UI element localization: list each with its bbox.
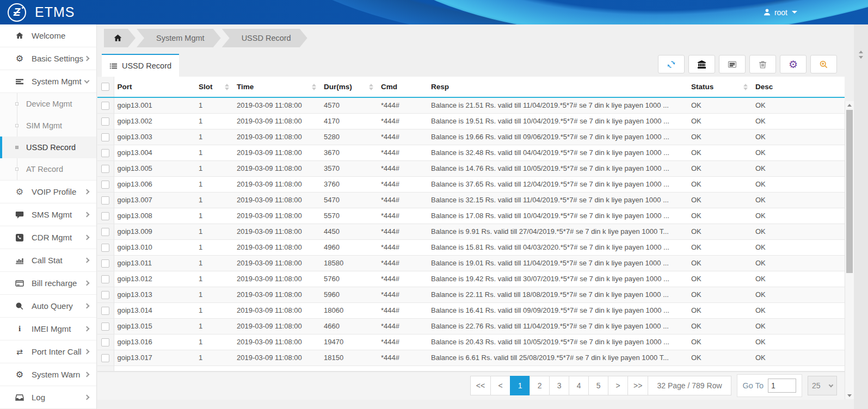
row-checkbox[interactable]	[101, 133, 109, 141]
sidebar-item-basic-settings[interactable]: ⚙Basic Settings	[0, 47, 96, 70]
cell-status: OK	[688, 192, 752, 208]
bullet-icon	[15, 102, 19, 106]
sidebar-item-at-record[interactable]: AT Record	[0, 158, 96, 180]
breadcrumb-item-system-mgmt[interactable]: System Mgmt	[137, 29, 221, 47]
row-checkbox[interactable]	[101, 165, 109, 173]
row-checkbox[interactable]	[101, 244, 109, 252]
delete-button[interactable]	[749, 55, 776, 73]
card-view-button[interactable]	[719, 55, 746, 73]
row-checkbox[interactable]	[101, 307, 109, 315]
cell-cmd: *444#	[378, 271, 428, 287]
sidebar-item-auto-query[interactable]: Auto Query	[0, 295, 96, 318]
row-checkbox[interactable]	[101, 291, 109, 299]
scroll-up-arrow-icon[interactable]	[859, 51, 863, 53]
row-checkbox[interactable]	[101, 228, 109, 236]
table-row: goip13.01412019-03-09 11:08:0018060*444#…	[97, 302, 845, 318]
row-checkbox[interactable]	[101, 149, 109, 157]
row-checkbox[interactable]	[101, 323, 109, 331]
row-checkbox[interactable]	[101, 196, 109, 205]
sort-icon[interactable]	[369, 84, 373, 90]
sidebar-item-welcome[interactable]: Welcome	[0, 24, 96, 47]
cell-dur: 3760	[321, 176, 378, 192]
cell-dur: 5470	[321, 192, 378, 208]
zoom-in-icon	[819, 60, 828, 69]
column-header-dur-ms[interactable]: Dur(ms)	[321, 77, 378, 97]
next-page-button[interactable]: >	[608, 376, 628, 395]
page-scrollbar[interactable]	[854, 24, 868, 409]
row-checkbox-cell	[97, 192, 114, 208]
row-checkbox[interactable]	[101, 212, 109, 220]
goto-page-input[interactable]	[768, 379, 796, 393]
prev-page-button[interactable]: <	[490, 376, 510, 395]
sort-icon[interactable]	[225, 84, 229, 90]
row-checkbox-cell	[97, 302, 114, 318]
column-header-status[interactable]: Status	[688, 77, 752, 97]
sidebar-item-voip-profile[interactable]: ⚙VOIP Profile	[0, 181, 96, 203]
table-row: goip13.00512019-03-09 11:08:003570*444#B…	[97, 160, 845, 176]
page-button-4[interactable]: 4	[569, 376, 589, 395]
tab-ussd-record[interactable]: USSD Record	[102, 54, 179, 77]
breadcrumb-item-ussd-record[interactable]: USSD Record	[222, 29, 307, 47]
row-checkbox[interactable]	[101, 354, 109, 362]
credit-card-icon	[14, 279, 25, 288]
sidebar-item-port-inter-call[interactable]: ⇄Port Inter Call	[0, 340, 96, 363]
cell-resp: Balance is 22.76 Rs. valid till 11/04/20…	[428, 318, 688, 334]
column-header-cmd: Cmd	[378, 77, 428, 97]
table-scrollbar[interactable]	[845, 101, 854, 399]
last-page-button[interactable]: >>	[627, 376, 648, 395]
select-all-checkbox[interactable]	[101, 83, 109, 91]
sidebar-item-sim-mgmt[interactable]: SIM Mgmt	[0, 115, 96, 137]
refresh-button[interactable]	[658, 55, 685, 73]
sidebar-item-system-mgmt[interactable]: System Mgmt	[0, 70, 96, 93]
column-header-time[interactable]: Time	[233, 77, 321, 97]
sidebar-item-device-mgmt[interactable]: Device Mgmt	[0, 93, 96, 115]
page-button-1[interactable]: 1	[510, 376, 530, 395]
bank-button[interactable]	[688, 55, 715, 73]
row-checkbox[interactable]	[101, 259, 109, 268]
settings-button[interactable]: ⚙	[780, 55, 807, 73]
cell-slot: 1	[195, 208, 233, 224]
sidebar-item-system-warn[interactable]: ⚙System Warn	[0, 363, 96, 386]
sidebar-item-bill-recharge[interactable]: Bill recharge	[0, 272, 96, 295]
row-checkbox-cell	[97, 224, 114, 239]
cell-cmd: *444#	[378, 176, 428, 192]
page-size-select[interactable]: 25	[808, 376, 837, 395]
sort-icon[interactable]	[743, 84, 748, 90]
user-menu[interactable]: root	[763, 0, 797, 24]
bullet-icon	[15, 168, 19, 171]
row-checkbox-cell	[97, 208, 114, 224]
sidebar-item-ussd-record[interactable]: USSD Record	[0, 137, 96, 158]
sidebar-item-sms-mgmt[interactable]: SMS Mgmt	[0, 203, 96, 226]
table-row: goip13.00712019-03-09 11:08:005470*444#B…	[97, 192, 845, 208]
first-page-button[interactable]: <<	[470, 376, 491, 395]
cell-dur: 4660	[321, 318, 378, 334]
sidebar-item-log[interactable]: Log	[0, 386, 96, 409]
cell-time: 2019-03-09 11:08:00	[233, 350, 321, 365]
sidebar-item-call-stat[interactable]: Call Stat	[0, 249, 96, 272]
table-row: goip13.01712019-03-09 11:08:0018150*444#…	[97, 350, 845, 365]
cell-dur: 4960	[321, 239, 378, 255]
row-checkbox[interactable]	[101, 181, 109, 189]
cell-slot: 1	[195, 129, 233, 145]
sort-icon[interactable]	[312, 84, 316, 90]
scroll-down-arrow-icon[interactable]	[859, 56, 863, 59]
search-button[interactable]	[810, 55, 837, 73]
column-header-slot[interactable]: Slot	[195, 77, 233, 97]
row-checkbox-cell	[97, 176, 114, 192]
sidebar-item-imei-mgmt[interactable]: iIMEI Mgmt	[0, 318, 96, 340]
row-checkbox[interactable]	[101, 102, 109, 110]
row-checkbox[interactable]	[101, 338, 109, 346]
scrollbar-thumb[interactable]	[846, 110, 853, 273]
breadcrumb-home[interactable]	[104, 29, 136, 47]
cell-slot: 1	[195, 287, 233, 302]
sidebar-item-cdr-mgmt[interactable]: CDR Mgmt	[0, 226, 96, 249]
page-button-3[interactable]: 3	[549, 376, 569, 395]
cell-dur: 3570	[321, 160, 378, 176]
cell-cmd: *444#	[378, 350, 428, 365]
row-checkbox[interactable]	[101, 275, 109, 283]
page-button-5[interactable]: 5	[588, 376, 608, 395]
page-button-2[interactable]: 2	[530, 376, 550, 395]
row-checkbox[interactable]	[101, 117, 109, 126]
trash-icon	[758, 60, 767, 69]
scroll-up-arrow-icon[interactable]	[845, 101, 854, 109]
